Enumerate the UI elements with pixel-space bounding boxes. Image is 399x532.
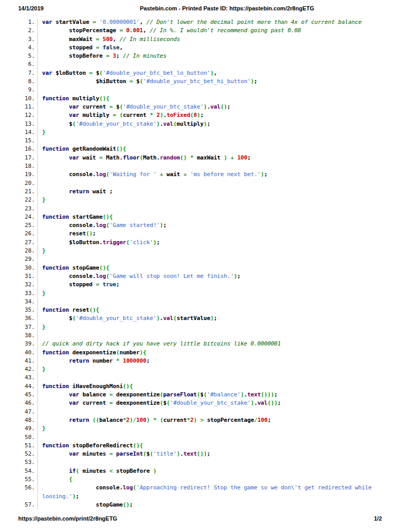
code-text: { xyxy=(38,475,72,484)
code-line: 42.} xyxy=(18,365,399,374)
line-number: 36. xyxy=(18,314,38,323)
code-line: 8. $hiButton = $('#double_your_btc_bet_h… xyxy=(18,77,399,86)
code-text: } xyxy=(38,247,45,255)
code-text xyxy=(38,255,42,263)
code-line: 24.function startGame(){ xyxy=(18,213,399,221)
code-text: var startValue = '0.00000001', // Don't … xyxy=(38,18,362,26)
code-text: } xyxy=(38,424,45,433)
code-text: loosing.'); xyxy=(38,493,79,501)
code-text: var current = $('#double_your_btc_stake'… xyxy=(38,103,231,111)
line-number: 4. xyxy=(18,44,38,52)
code-line: 16.function getRandomWait(){ xyxy=(18,145,399,153)
code-line: 56. console.log('Approaching redirect! S… xyxy=(18,484,399,492)
code-text: } xyxy=(38,289,45,298)
code-line: 27. $loButton.trigger('click'); xyxy=(18,238,399,247)
code-text: $loButton.trigger('click'); xyxy=(38,238,160,247)
code-text: return wait ; xyxy=(38,188,113,196)
line-number: 34. xyxy=(18,298,38,306)
code-block: 1.var startValue = '0.00000001', // Don'… xyxy=(18,18,399,509)
code-text xyxy=(38,162,42,170)
line-number: 26. xyxy=(18,230,38,238)
code-text: return number * 1000000; xyxy=(38,357,150,365)
code-text: console.log('Approaching redirect! Stop … xyxy=(38,484,371,492)
code-text: console.log('Game will stop soon! Let me… xyxy=(38,272,241,281)
line-number: 43. xyxy=(18,374,38,382)
code-text: var current = deexponentize($('#double_y… xyxy=(38,399,281,407)
line-number: 42. xyxy=(18,365,38,374)
line-number: 37. xyxy=(18,323,38,331)
code-line: 7.var $loButton = $('#double_your_btc_be… xyxy=(18,69,399,77)
line-number: 29. xyxy=(18,255,38,263)
code-line: 28.} xyxy=(18,247,399,255)
line-number: 23. xyxy=(18,205,38,213)
code-line: 32. stopped = true; xyxy=(18,281,399,289)
line-number: 20. xyxy=(18,179,38,188)
page-indicator: 1/2 xyxy=(374,515,382,522)
code-line: 35.function reset(){ xyxy=(18,306,399,314)
code-text: var minutes = parseInt($('title').text()… xyxy=(38,450,210,458)
line-number: 6. xyxy=(18,60,38,69)
code-line: 31. console.log('Game will stop soon! Le… xyxy=(18,272,399,281)
line-number: 31. xyxy=(18,272,38,281)
code-line: 2. stopPercentage = 0.001, // In %. I wo… xyxy=(18,26,399,35)
line-number: 18. xyxy=(18,162,38,170)
line-number: 13. xyxy=(18,120,38,128)
code-line: 36. $('#double_your_btc_stake').val(star… xyxy=(18,314,399,323)
code-text: function getRandomWait(){ xyxy=(38,145,126,153)
code-text: $hiButton = $('#double_your_btc_bet_hi_b… xyxy=(38,77,257,86)
code-line: 11. var current = $('#double_your_btc_st… xyxy=(18,103,399,111)
line-number: 17. xyxy=(18,154,38,162)
line-number: 1. xyxy=(18,18,38,26)
code-line: 47. xyxy=(18,408,399,416)
line-number: 39. xyxy=(18,340,38,348)
code-text xyxy=(38,374,42,382)
line-number: 16. xyxy=(18,145,38,153)
code-line: 33.} xyxy=(18,289,399,298)
code-text: console.log('Game started!'); xyxy=(38,221,167,230)
line-number: 30. xyxy=(18,264,38,272)
code-line: 50. xyxy=(18,433,399,442)
code-text xyxy=(38,179,42,188)
line-number: 27. xyxy=(18,238,38,247)
code-text: stopBefore = 3; // In minutes xyxy=(38,52,167,60)
code-text: function multiply(){ xyxy=(38,95,109,103)
code-text: maxWait = 500, // In milliseconds xyxy=(38,35,180,44)
line-number: 38. xyxy=(18,331,38,340)
code-line: loosing.'); xyxy=(18,493,399,501)
code-text: } xyxy=(38,365,45,374)
line-number: 33. xyxy=(18,289,38,298)
line-number: 45. xyxy=(18,391,38,399)
print-footer: https://pastebin.com/print/2r8ngETG 1/2 xyxy=(0,515,399,524)
line-number: 7. xyxy=(18,69,38,77)
code-text: } xyxy=(38,323,45,331)
line-number: 54. xyxy=(18,467,38,475)
code-line: 46. var current = deexponentize($('#doub… xyxy=(18,399,399,407)
print-date: 14/1/2019 xyxy=(18,5,44,11)
code-text: } xyxy=(38,196,45,204)
line-number xyxy=(18,493,38,501)
print-title: Pastebin.com - Printed Paste ID: https:/… xyxy=(140,5,314,11)
line-number: 9. xyxy=(18,86,38,94)
code-text xyxy=(38,205,42,213)
code-text xyxy=(38,458,42,467)
code-line: 37.} xyxy=(18,323,399,331)
code-line: 1.var startValue = '0.00000001', // Don'… xyxy=(18,18,399,26)
code-text xyxy=(38,408,42,416)
line-number: 40. xyxy=(18,349,38,357)
code-line: 54. if( minutes < stopBefore ) xyxy=(18,467,399,475)
code-text: return ((balance*2)/100) * (current*2) >… xyxy=(38,416,271,424)
code-line: 41. return number * 1000000; xyxy=(18,357,399,365)
code-text xyxy=(38,433,42,442)
code-line: 55. { xyxy=(18,475,399,484)
code-text: function stopBeforeRedirect(){ xyxy=(38,442,143,450)
code-line: 17. var wait = Math.floor(Math.random() … xyxy=(18,154,399,162)
line-number: 35. xyxy=(18,306,38,314)
line-number: 56. xyxy=(18,484,38,492)
line-number: 19. xyxy=(18,170,38,179)
code-line: 18. xyxy=(18,162,399,170)
code-text xyxy=(38,298,42,306)
code-line: 34. xyxy=(18,298,399,306)
line-number: 2. xyxy=(18,26,38,35)
code-line: 30.function stopGame(){ xyxy=(18,264,399,272)
line-number: 22. xyxy=(18,196,38,204)
